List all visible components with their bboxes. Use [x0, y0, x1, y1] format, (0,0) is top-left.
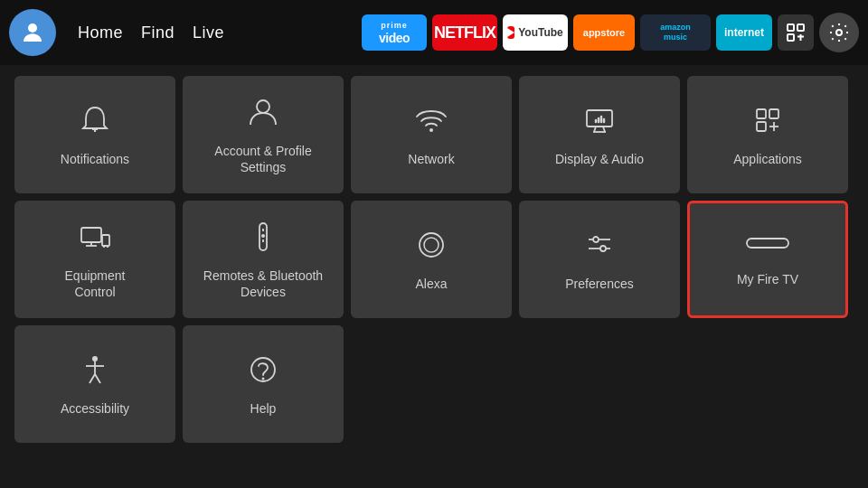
settings-equipment-control[interactable]: EquipmentControl — [14, 201, 175, 318]
svg-point-42 — [92, 356, 98, 361]
bell-icon — [77, 102, 113, 142]
nav-find[interactable]: Find — [141, 23, 175, 42]
svg-point-48 — [262, 377, 265, 380]
svg-point-6 — [836, 30, 842, 35]
svg-rect-2 — [797, 24, 804, 31]
applications-label: Applications — [733, 151, 802, 167]
avatar[interactable] — [9, 9, 56, 56]
accessibility-label: Accessibility — [61, 400, 129, 417]
settings-button[interactable] — [819, 13, 859, 52]
my-fire-tv-label: My Fire TV — [737, 271, 798, 287]
svg-rect-27 — [102, 235, 109, 246]
settings-account-profile[interactable]: Account & ProfileSettings — [183, 76, 344, 193]
app-prime-video[interactable]: prime video — [362, 14, 427, 51]
settings-notifications[interactable]: Notifications — [14, 76, 175, 193]
svg-point-9 — [257, 100, 269, 113]
remote-icon — [245, 219, 281, 258]
person-icon — [245, 94, 281, 134]
svg-rect-20 — [769, 109, 778, 118]
help-icon — [245, 352, 281, 391]
svg-rect-19 — [757, 109, 766, 118]
svg-line-45 — [90, 374, 95, 383]
tv-icon — [77, 219, 113, 258]
wifi-icon — [413, 102, 449, 142]
grid-row-2: EquipmentControl Remotes & BluetoothDevi… — [14, 201, 854, 318]
settings-preferences[interactable]: Preferences — [519, 201, 680, 318]
svg-rect-21 — [757, 122, 766, 131]
app-amazon-music[interactable]: amazon music — [640, 14, 711, 51]
settings-remotes-bluetooth[interactable]: Remotes & BluetoothDevices — [183, 201, 344, 318]
network-label: Network — [408, 151, 454, 167]
remotes-bluetooth-label: Remotes & BluetoothDevices — [203, 267, 323, 300]
settings-accessibility[interactable]: Accessibility — [14, 325, 175, 443]
svg-point-10 — [429, 128, 433, 132]
settings-grid: Notifications Account & ProfileSettings — [0, 65, 868, 454]
settings-help[interactable]: Help — [183, 325, 344, 443]
svg-line-46 — [95, 374, 100, 383]
svg-point-37 — [593, 237, 599, 242]
notifications-label: Notifications — [61, 151, 129, 167]
alexa-label: Alexa — [415, 276, 447, 292]
alexa-icon — [413, 227, 449, 267]
settings-applications[interactable]: Applications — [687, 76, 848, 193]
display-icon — [581, 102, 618, 142]
help-label: Help — [250, 400, 277, 417]
account-profile-label: Account & ProfileSettings — [214, 143, 311, 175]
app-shortcuts: prime video NETFLIX YouTube appstore ama… — [362, 13, 859, 52]
equipment-control-label: EquipmentControl — [65, 267, 126, 300]
sliders-icon — [581, 227, 618, 267]
app-netflix[interactable]: NETFLIX — [432, 14, 497, 51]
nav-live[interactable]: Live — [193, 23, 224, 42]
app-appstore[interactable]: appstore — [573, 14, 635, 51]
svg-point-0 — [28, 23, 37, 33]
youtube-label: YouTube — [518, 26, 563, 39]
fire-tv-icon — [745, 231, 790, 262]
svg-rect-41 — [761, 238, 774, 239]
settings-display-audio[interactable]: Display & Audio — [519, 76, 680, 193]
display-audio-label: Display & Audio — [555, 151, 644, 167]
youtube-icon — [507, 26, 514, 39]
nav-bar: Home Find Live — [63, 23, 239, 42]
svg-rect-40 — [747, 239, 788, 248]
svg-rect-24 — [81, 228, 101, 242]
header: Home Find Live prime video NETFLIX YouTu… — [0, 0, 868, 65]
accessibility-icon — [77, 352, 113, 391]
nav-home[interactable]: Home — [78, 23, 123, 42]
grid-row-3: Accessibility Help — [14, 325, 854, 443]
svg-rect-3 — [788, 34, 794, 41]
settings-alexa[interactable]: Alexa — [351, 201, 512, 318]
grid-view-button[interactable] — [778, 14, 814, 51]
apps-icon — [750, 102, 786, 142]
svg-point-32 — [261, 234, 265, 238]
settings-my-fire-tv[interactable]: My Fire TV — [687, 201, 848, 318]
svg-point-39 — [600, 246, 606, 251]
app-internet[interactable]: internet — [716, 14, 772, 51]
svg-point-34 — [420, 233, 443, 257]
grid-row-1: Notifications Account & ProfileSettings — [14, 76, 854, 193]
svg-point-35 — [424, 238, 439, 252]
svg-rect-1 — [788, 24, 794, 31]
preferences-label: Preferences — [565, 276, 633, 292]
app-youtube[interactable]: YouTube — [503, 14, 568, 51]
settings-network[interactable]: Network — [351, 76, 512, 193]
